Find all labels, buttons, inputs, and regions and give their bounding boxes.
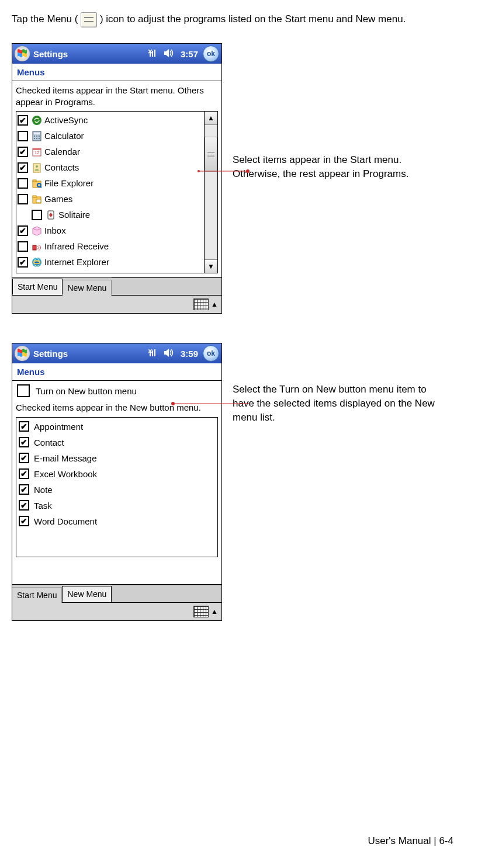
intro-before: Tap the Menu ( [12,13,78,25]
sip-arrow-icon[interactable]: ▲ [211,607,218,616]
titlebar-title: Settings [33,349,68,359]
list-item[interactable]: Appointment [19,419,215,435]
item-label: Games [44,194,72,204]
ie-icon [31,256,43,268]
checkbox[interactable] [19,421,29,432]
tab-start-menu[interactable]: Start Menu [12,279,63,295]
scroll-thumb[interactable] [205,137,217,172]
scroll-down-button[interactable]: ▼ [205,259,217,273]
list-item[interactable]: Contact [19,435,215,450]
intro-after: ) icon to adjust the programs listed on … [100,13,406,25]
list-item[interactable]: Contacts [18,159,203,175]
checkbox[interactable] [19,500,29,511]
scrollbar[interactable]: ▲ ▼ [204,112,217,273]
item-label: E-mail Message [34,453,97,463]
new-menu-listbox: AppointmentContactE-mail MessageExcel Wo… [16,417,218,557]
checkbox[interactable] [19,453,29,463]
menu-icon [81,12,97,27]
checkbox[interactable] [19,484,29,495]
turn-on-checkbox[interactable] [17,384,30,397]
description-text: Checked items appear in the New button m… [16,402,218,414]
tab-start-menu[interactable]: Start Menu [12,587,62,603]
list-item[interactable]: E-mail Message [19,450,215,466]
svg-line-17 [40,186,41,188]
item-label: Task [34,501,52,511]
checkbox[interactable] [18,178,28,189]
scroll-up-button[interactable]: ▲ [205,112,217,125]
list-item[interactable]: Note [19,482,215,498]
checkbox[interactable] [18,162,28,173]
start-icon[interactable] [15,346,30,361]
list-item[interactable]: Solitaire [18,207,203,223]
page-title: Menus [12,363,221,381]
checkbox[interactable] [18,115,28,126]
checkbox[interactable] [19,468,29,479]
svg-rect-10 [33,148,41,150]
checkbox[interactable] [18,241,28,252]
signal-icon[interactable] [147,48,160,60]
svg-rect-15 [33,180,36,182]
ok-button[interactable]: ok [203,345,219,362]
inbox-icon [31,225,43,237]
list-item[interactable]: 12Calendar [18,144,203,159]
list-item[interactable]: Infrared Receive [18,238,203,254]
list-item[interactable]: ActiveSync [18,112,203,128]
start-icon[interactable] [15,46,30,61]
list-item[interactable]: Task [19,498,215,513]
svg-point-0 [32,116,41,125]
svg-rect-20 [36,199,41,203]
description-text: Checked items appear in the Start menu. … [16,85,218,107]
turn-on-new-menu-row[interactable]: Turn on New button menu [16,384,218,397]
item-label: Excel Workbook [34,469,97,479]
ok-button[interactable]: ok [203,46,219,62]
item-label: Calendar [44,147,80,157]
list-item[interactable]: Internet Explorer [18,254,203,270]
svg-rect-2 [34,133,40,134]
tab-new-menu[interactable]: New Menu [62,586,112,602]
solitaire-icon [45,209,57,221]
sip-bar: ▲ [12,295,221,313]
checkbox[interactable] [18,257,28,268]
item-label: File Explorer [44,178,93,188]
checkbox[interactable] [18,194,28,204]
checkbox[interactable] [19,437,29,447]
keyboard-icon[interactable] [193,606,209,617]
svg-point-13 [36,165,38,168]
list-item[interactable]: Word Document [19,513,215,529]
figure-2: Settings 3:59 ok Menus Turn on New butto… [12,343,466,621]
scroll-track[interactable] [205,125,217,259]
checkbox[interactable] [19,516,29,526]
svg-rect-12 [33,164,40,172]
keyboard-icon[interactable] [193,298,209,310]
calc-icon [31,130,43,142]
item-label: Contacts [44,162,79,172]
page-footer: User's Manual | 6-4 [368,835,453,847]
svg-text:12: 12 [34,151,39,155]
checkbox[interactable] [32,210,42,220]
item-label: Inbox [44,225,66,235]
tab-new-menu[interactable]: New Menu [63,280,112,296]
programs-listbox: ActiveSyncCalculator12CalendarContactsFi… [16,111,218,273]
turn-on-label: Turn on New button menu [36,386,137,396]
sip-arrow-icon[interactable]: ▲ [211,300,218,308]
callout-1: Select items appear in the Start menu. O… [233,153,449,181]
clock-time[interactable]: 3:57 [178,49,200,59]
clock-time[interactable]: 3:59 [178,349,200,359]
svg-rect-19 [33,196,36,197]
item-label: Word Document [34,516,97,526]
contacts-icon [31,162,43,173]
checkbox[interactable] [18,131,28,141]
checkbox[interactable] [18,147,28,157]
svg-rect-6 [34,138,35,139]
volume-icon[interactable] [162,348,176,359]
checkbox[interactable] [18,225,28,236]
list-item[interactable]: Inbox [18,223,203,238]
titlebar: Settings 3:57 ok [12,44,221,64]
volume-icon[interactable] [162,48,176,60]
list-item[interactable]: Excel Workbook [19,466,215,482]
list-item[interactable]: Calculator [18,128,203,144]
list-item[interactable]: Games [18,191,203,207]
signal-icon[interactable] [147,348,160,359]
list-item[interactable]: File Explorer [18,175,203,191]
folder-icon [31,193,43,205]
